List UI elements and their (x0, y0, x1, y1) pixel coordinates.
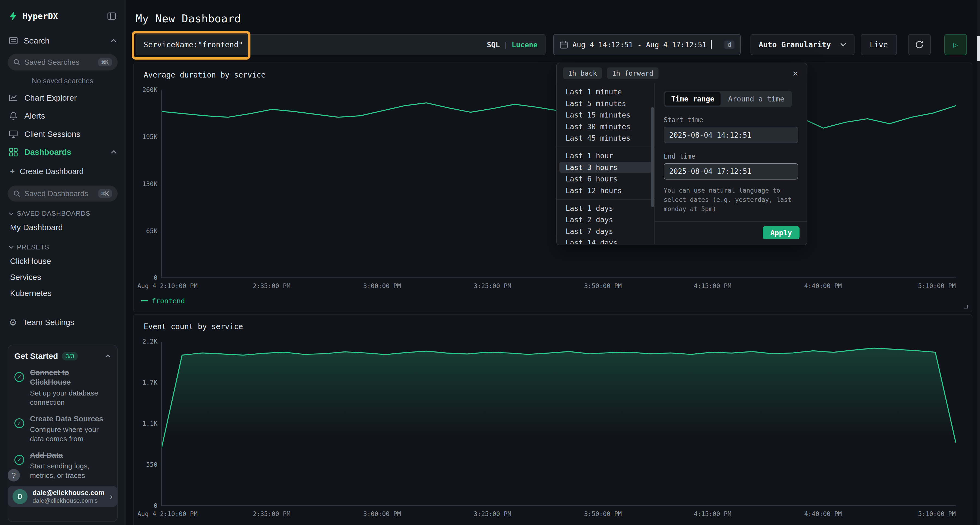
tab-around-a-time[interactable]: Around a time (722, 92, 791, 106)
run-query-button[interactable]: ▷ (944, 34, 967, 55)
refresh-button[interactable] (908, 34, 931, 55)
sidebar-item-alerts[interactable]: Alerts (0, 107, 125, 125)
get-started-header[interactable]: Get Started 3/3 (14, 351, 111, 361)
chevron-up-icon[interactable] (111, 150, 116, 154)
x-tick-label: 4:15:00 PM (694, 282, 732, 289)
time-preset-option[interactable]: Last 1 days (559, 203, 652, 214)
sidebar-item-team-settings[interactable]: ⚙ Team Settings (0, 312, 125, 332)
saved-searches-input[interactable]: Saved Searches ⌘K (8, 54, 118, 70)
y-tick-label: 2.2K (142, 338, 158, 345)
user-menu[interactable]: D dale@clickhouse.com dale@clickhouse.co… (8, 486, 118, 507)
time-range-input[interactable]: Aug 4 14:12:51 - Aug 4 17:12:51 d (553, 34, 741, 55)
page-scrollbar-thumb[interactable] (977, 36, 980, 61)
get-started-step-add-data[interactable]: ✓ Add Data Start sending logs, metrics, … (14, 450, 111, 480)
x-tick-label: 3:25:00 PM (474, 282, 511, 289)
page-title: My New Dashboard (135, 13, 967, 25)
x-tick-label: 2:35:00 PM (253, 282, 290, 289)
natural-language-hint: You can use natural language to select d… (664, 186, 798, 214)
sidebar-item-services[interactable]: Services (0, 269, 125, 285)
time-preset-option[interactable]: Last 1 minute (559, 87, 652, 97)
time-preset-option[interactable]: Last 14 days (559, 237, 652, 244)
page-scrollbar[interactable] (977, 0, 980, 525)
help-button[interactable]: ? (8, 469, 20, 482)
get-started-progress-badge: 3/3 (62, 352, 78, 361)
get-started-step-sources[interactable]: ✓ Create Data Sources Configure where yo… (14, 414, 111, 444)
presets-section-toggle[interactable]: PRESETS (0, 235, 125, 253)
y-tick-label: 0 (154, 275, 158, 281)
time-preset-option[interactable]: Last 6 hours (559, 174, 652, 184)
x-tick-label: 3:25:00 PM (474, 510, 511, 517)
live-button[interactable]: Live (861, 34, 897, 55)
tab-time-range[interactable]: Time range (665, 92, 721, 106)
chevron-up-icon[interactable] (111, 39, 116, 43)
get-started-step-connect[interactable]: ✓ Connect to ClickHouse Set up your data… (14, 368, 111, 407)
apply-button[interactable]: Apply (763, 226, 800, 240)
shift-back-button[interactable]: 1h back (563, 67, 602, 79)
y-tick-label: 260K (142, 87, 158, 93)
create-dashboard-label: Create Dashboard (20, 167, 84, 176)
sidebar-item-label: Search (24, 36, 49, 45)
chevron-up-icon[interactable] (105, 354, 111, 358)
calendar-icon (559, 40, 568, 49)
step-title: Create Data Sources (30, 414, 111, 424)
sidebar-item-kubernetes[interactable]: Kubernetes (0, 285, 125, 301)
time-preset-option[interactable]: Last 45 minutes (559, 133, 652, 144)
chart-panel-avg-duration: Average duration by service 260K195K130K… (133, 63, 972, 312)
start-time-label: Start time (664, 116, 798, 124)
brand-row: HyperDX (0, 0, 125, 31)
custom-range-panel: Time range Around a time Start time 2025… (655, 83, 807, 244)
sidebar-item-search[interactable]: Search (0, 31, 125, 50)
time-preset-option[interactable]: Last 15 minutes (559, 109, 652, 121)
y-tick-label: 195K (142, 134, 158, 140)
time-preset-option[interactable]: Last 1 hour (559, 151, 652, 161)
sidebar-item-dashboards[interactable]: Dashboards (0, 143, 125, 161)
start-time-input[interactable]: 2025-08-04 14:12:51 (664, 127, 798, 143)
section-header-label: PRESETS (17, 243, 49, 251)
app-window: HyperDX Search Saved Searches ⌘K No s (0, 0, 980, 525)
saved-searches-placeholder: Saved Searches (24, 58, 80, 67)
x-tick-label: 4:15:00 PM (694, 510, 732, 517)
sidebar-item-my-dashboard[interactable]: My Dashboard (0, 219, 125, 235)
get-started-title: Get Started (14, 351, 58, 361)
mode-separator: | (504, 41, 508, 49)
popover-footer: Apply (655, 221, 807, 244)
time-preset-option[interactable]: Last 5 minutes (559, 98, 652, 109)
granularity-select[interactable]: Auto Granularity (751, 34, 854, 55)
search-query-input[interactable]: ServiceName:"frontend" SQL | Lucene (135, 34, 546, 55)
sql-mode-toggle[interactable]: SQL (487, 41, 500, 49)
keyboard-shortcut-badge: ⌘K (98, 189, 112, 198)
sidebar-collapse-icon[interactable] (107, 11, 116, 21)
no-saved-searches-text: No saved searches (0, 70, 125, 89)
refresh-icon (915, 40, 924, 49)
time-preset-list: Last 1 minuteLast 5 minutesLast 15 minut… (557, 83, 655, 244)
time-preset-option[interactable]: Last 3 hours (559, 162, 652, 173)
close-icon[interactable]: × (790, 68, 800, 78)
time-preset-option[interactable]: Last 30 minutes (559, 121, 652, 132)
main-content: My New Dashboard ServiceName:"frontend" … (126, 0, 977, 525)
preset-list-scrollbar[interactable] (651, 107, 654, 207)
step-subtitle: Start sending logs, metrics, or traces (30, 462, 111, 480)
search-icon (13, 190, 21, 197)
saved-dashboards-section-toggle[interactable]: SAVED DASHBOARDS (0, 201, 125, 219)
time-preset-option[interactable]: Last 12 hours (559, 185, 652, 196)
shift-forward-button[interactable]: 1h forward (607, 67, 659, 79)
end-time-input[interactable]: 2025-08-04 17:12:51 (664, 163, 798, 179)
saved-dashboards-input[interactable]: Saved Dashboards ⌘K (8, 186, 118, 202)
y-tick-label: 130K (142, 181, 158, 187)
time-preset-option[interactable]: Last 2 days (559, 214, 652, 225)
x-tick-label: 5:10:00 PM (918, 282, 956, 289)
legend-swatch (141, 300, 148, 301)
create-dashboard-button[interactable]: + Create Dashboard (0, 161, 125, 182)
section-header-label: SAVED DASHBOARDS (17, 210, 91, 217)
panel-resize-handle[interactable] (963, 303, 968, 309)
lucene-mode-toggle[interactable]: Lucene (512, 41, 538, 49)
sidebar-item-client-sessions[interactable]: Client Sessions (0, 125, 125, 143)
chevron-down-icon (840, 43, 846, 46)
time-preset-option[interactable]: Last 7 days (559, 226, 652, 237)
sidebar-item-clickhouse[interactable]: ClickHouse (0, 253, 125, 269)
x-tick-label: 5:10:00 PM (918, 510, 956, 517)
chart-panel-event-count: Event count by service 2.2K1.7K1.1K5500 … (133, 314, 972, 525)
sidebar-item-chart-explorer[interactable]: Chart Explorer (0, 89, 125, 107)
sidebar: HyperDX Search Saved Searches ⌘K No s (0, 0, 126, 525)
time-range-value: Aug 4 14:12:51 - Aug 4 17:12:51 (573, 41, 707, 49)
